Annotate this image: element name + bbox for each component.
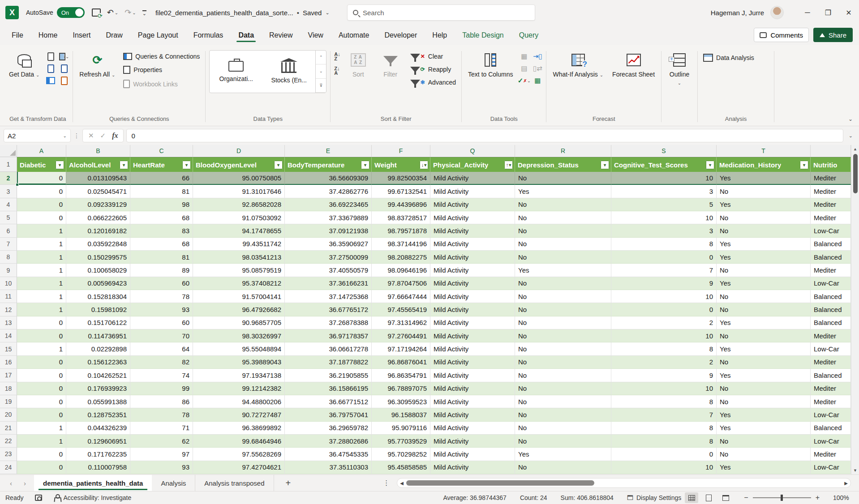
cell[interactable]: 2 xyxy=(611,356,717,369)
cell[interactable]: 1 xyxy=(17,303,66,316)
cell[interactable]: 68 xyxy=(130,211,193,224)
cell[interactable]: Mild Activity xyxy=(430,251,515,264)
data-analysis-button[interactable]: Data Analysis xyxy=(701,53,756,63)
cell[interactable]: 8 xyxy=(611,395,717,408)
cell[interactable]: No xyxy=(515,342,611,355)
cell[interactable]: 95.39889043 xyxy=(193,356,285,369)
row-header-7[interactable]: 7 xyxy=(0,238,17,251)
filter-dropdown-icon[interactable]: ▾ xyxy=(601,161,609,169)
cell[interactable]: 98.30326997 xyxy=(193,329,285,342)
cell[interactable]: 0 xyxy=(17,461,66,474)
vertical-scrollbar[interactable]: ▲ ▼ xyxy=(851,145,859,474)
cell[interactable]: 0 xyxy=(17,356,66,369)
sheet-tab-analysis-transposed[interactable]: Analysis transposed xyxy=(195,475,274,491)
cell[interactable]: 91.57004141 xyxy=(193,290,285,303)
cell[interactable]: Yes xyxy=(717,342,811,355)
comments-button[interactable]: Comments xyxy=(754,28,809,42)
restore-button[interactable]: ❐ xyxy=(818,0,838,25)
cell[interactable]: No xyxy=(515,329,611,342)
collapse-ribbon-icon[interactable]: ⌄ xyxy=(848,116,853,122)
cell[interactable]: Balanced xyxy=(811,251,851,264)
cell[interactable]: No xyxy=(515,369,611,382)
vertical-scrollbar-thumb[interactable] xyxy=(853,154,858,193)
cell[interactable]: Mild Activity xyxy=(430,329,515,342)
row-header-12[interactable]: 12 xyxy=(0,303,17,316)
cell[interactable]: Mild Activity xyxy=(430,422,515,435)
cell[interactable]: Yes xyxy=(717,238,811,251)
cell[interactable]: 1 xyxy=(17,422,66,435)
cell[interactable]: 0 xyxy=(611,251,717,264)
tab-table-design[interactable]: Table Design xyxy=(462,27,504,43)
cell[interactable]: 86 xyxy=(130,395,193,408)
cell[interactable]: 36.67765172 xyxy=(285,303,372,316)
cell[interactable]: Mild Activity xyxy=(430,435,515,448)
cell[interactable]: 1 xyxy=(17,238,66,251)
tab-formulas[interactable]: Formulas xyxy=(193,27,223,43)
cell[interactable]: 98.09646196 xyxy=(372,264,430,277)
row-header-5[interactable]: 5 xyxy=(0,211,17,224)
cell[interactable]: 0.044326239 xyxy=(66,422,130,435)
cell[interactable]: 99.68464946 xyxy=(193,435,285,448)
cell[interactable]: No xyxy=(515,224,611,237)
cell[interactable]: Low-Car xyxy=(811,435,851,448)
cell[interactable]: 0.150299575 xyxy=(66,251,130,264)
cell[interactable]: No xyxy=(515,395,611,408)
insert-function-icon[interactable]: fx xyxy=(112,132,118,140)
cell[interactable]: 0.176939923 xyxy=(66,382,130,395)
display-settings-button[interactable]: 🗔 Display Settings xyxy=(627,494,681,501)
expand-formula-bar-icon[interactable]: ⌄ xyxy=(846,133,855,139)
row-header-15[interactable]: 15 xyxy=(0,342,17,355)
cell[interactable]: No xyxy=(717,224,811,237)
cell[interactable]: 1 xyxy=(17,251,66,264)
gallery-up-icon[interactable]: ⌃ xyxy=(316,51,326,64)
cell[interactable]: 36.69223465 xyxy=(285,198,372,211)
cell[interactable]: Yes xyxy=(515,264,611,277)
from-picture-icon[interactable]: ⌄ xyxy=(59,52,69,61)
cell[interactable]: 95.9079116 xyxy=(372,422,430,435)
cell[interactable]: 97.55628269 xyxy=(193,448,285,461)
cell[interactable]: Mild Activity xyxy=(430,356,515,369)
row-header-22[interactable]: 22 xyxy=(0,435,17,448)
cell[interactable]: 96.38699892 xyxy=(193,422,285,435)
cell[interactable]: Mild Activity xyxy=(430,172,515,185)
customize-quick-access-icon[interactable]: ⌄ xyxy=(142,10,146,15)
cell[interactable]: 96.86354791 xyxy=(372,369,430,382)
cell[interactable]: 83 xyxy=(130,224,193,237)
cell[interactable]: 37.40550579 xyxy=(285,264,372,277)
cell[interactable]: 99.67132541 xyxy=(372,185,430,198)
scroll-right-icon[interactable]: ▶ xyxy=(844,481,848,486)
cell[interactable]: No xyxy=(515,172,611,185)
fill-handle[interactable] xyxy=(16,183,19,186)
cell[interactable]: Mediter xyxy=(811,185,851,198)
cell[interactable]: Yes xyxy=(717,172,811,185)
close-button[interactable]: ✕ xyxy=(838,0,859,25)
cell[interactable]: No xyxy=(717,211,811,224)
existing-connections-icon[interactable] xyxy=(59,76,69,85)
cell[interactable]: Mild Activity xyxy=(430,382,515,395)
cell[interactable]: 91.07503092 xyxy=(193,211,285,224)
cell[interactable]: 64 xyxy=(130,342,193,355)
cell[interactable]: 68 xyxy=(130,238,193,251)
cell[interactable]: 10 xyxy=(611,211,717,224)
cell[interactable]: 3 xyxy=(611,185,717,198)
cell[interactable]: 93 xyxy=(130,461,193,474)
saved-status-chevron-icon[interactable]: ⌄ xyxy=(325,10,329,16)
sheet-tab-analysis[interactable]: Analysis xyxy=(152,475,195,491)
cell[interactable]: Mild Activity xyxy=(430,342,515,355)
autosave-toggle[interactable]: On xyxy=(57,7,85,18)
sheet-tab-menu-icon[interactable]: ⋮ xyxy=(378,475,394,491)
cell[interactable]: Mild Activity xyxy=(430,395,515,408)
cell[interactable]: 37.28802686 xyxy=(285,435,372,448)
cell[interactable]: Yes xyxy=(717,251,811,264)
cell[interactable]: 94.48800206 xyxy=(193,395,285,408)
row-header-3[interactable]: 3 xyxy=(0,185,17,198)
cell[interactable]: No xyxy=(515,461,611,474)
scroll-up-icon[interactable]: ▲ xyxy=(853,145,857,153)
cell[interactable]: 1 xyxy=(17,264,66,277)
cell[interactable]: 10 xyxy=(611,382,717,395)
cell[interactable]: Balanced xyxy=(811,290,851,303)
column-header-C[interactable]: C xyxy=(130,145,193,157)
avatar[interactable] xyxy=(770,6,784,19)
cell[interactable]: 0.005969423 xyxy=(66,277,130,290)
cell[interactable]: 90.96857705 xyxy=(193,316,285,329)
